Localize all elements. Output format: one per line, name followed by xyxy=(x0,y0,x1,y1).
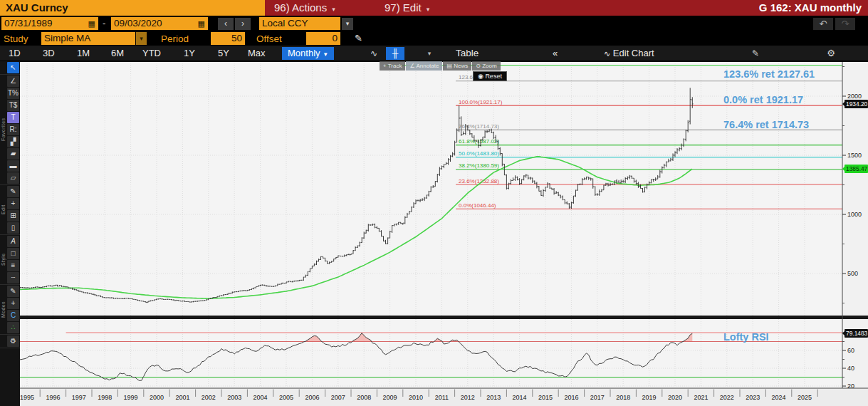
range-tab-5y[interactable]: 5Y xyxy=(218,46,229,61)
svg-text:2021: 2021 xyxy=(694,394,708,401)
text-tool-icon[interactable]: T xyxy=(7,112,19,123)
chart-text-annotation[interactable]: 0.0% ret 1921.17 xyxy=(723,94,803,105)
actions-menu-button[interactable]: 96) Actions▾ xyxy=(274,0,335,16)
tool-group-modes: Modes✎+C∴ xyxy=(0,285,20,335)
pencil-icon[interactable]: ✎ xyxy=(7,186,19,197)
calendar-icon[interactable]: ▦ xyxy=(88,17,95,30)
currency-field[interactable]: Local CCY xyxy=(259,17,340,30)
news-button[interactable]: ▤ News xyxy=(443,61,471,71)
edit-chart-icon: ∿ xyxy=(604,49,610,58)
draw-mode-icon[interactable]: ✎ xyxy=(7,286,19,297)
range-tab-ytd[interactable]: YTD xyxy=(142,46,161,61)
svg-text:500: 500 xyxy=(847,270,858,277)
settings-gear-icon[interactable]: ⚙ xyxy=(7,335,19,347)
fib-level-label: 76.4%(1714.73) xyxy=(459,123,499,130)
chart-text-annotation[interactable]: 76.4% ret 1714.73 xyxy=(723,119,809,130)
security-field[interactable]: XAU Curncy xyxy=(0,0,265,16)
fill-style-icon[interactable]: □ xyxy=(7,248,19,259)
tool-group-label: Favorites xyxy=(0,76,6,184)
period-input[interactable]: 50 xyxy=(211,32,245,45)
offset-input[interactable]: 0 xyxy=(306,32,340,45)
range-tab-1y[interactable]: 1Y xyxy=(184,46,195,61)
svg-text:1934.20: 1934.20 xyxy=(846,100,868,108)
period-label: Period xyxy=(161,33,189,46)
svg-text:2018: 2018 xyxy=(616,394,630,401)
fib-level-label: 100.0%(1921.17) xyxy=(459,99,503,105)
range-tab-1m[interactable]: 1M xyxy=(77,46,90,61)
range-tab-3d[interactable]: 3D xyxy=(43,46,55,61)
delete-tool-icon[interactable]: ▯ xyxy=(7,222,19,234)
channel-tool-icon[interactable]: ▱ xyxy=(7,172,19,184)
undo-icon[interactable]: ↶ xyxy=(813,18,833,30)
sma-value-badge: 1385.47 xyxy=(842,165,868,173)
reset-zoom-button[interactable]: ◉ Reset xyxy=(473,71,507,81)
candlestick-icon[interactable]: ╫ xyxy=(386,47,404,60)
line-chart-icon[interactable]: ∿ xyxy=(365,47,383,60)
svg-text:2010: 2010 xyxy=(409,394,423,401)
zoom-button[interactable]: ⊙ Zoom xyxy=(472,61,500,71)
chart-text-annotation[interactable]: 123.6% ret 2127.61 xyxy=(723,68,815,80)
shade-tool-icon[interactable]: ▞ xyxy=(7,136,19,147)
title-red-bar: 96) Actions▾ 97) Edit▾ G 162: XAU monthl… xyxy=(265,0,868,16)
svg-text:2008: 2008 xyxy=(357,394,371,401)
tool-group-style: StyleA□≡┄ xyxy=(0,235,20,285)
gear-icon[interactable]: ⚙ xyxy=(820,47,842,60)
collapse-button[interactable]: « xyxy=(553,46,558,61)
tool-group-label: Style xyxy=(0,236,6,283)
svg-text:2007: 2007 xyxy=(331,394,345,401)
crosshair-mode-icon[interactable]: + xyxy=(7,298,19,309)
svg-text:2003: 2003 xyxy=(227,394,241,401)
track-button[interactable]: + Track xyxy=(380,61,405,71)
price-label-icon[interactable]: T$ xyxy=(7,100,19,111)
end-date-field[interactable]: 09/03/2020▦ xyxy=(111,17,208,30)
range-tab-6m[interactable]: 6M xyxy=(111,46,124,61)
svg-text:20: 20 xyxy=(847,382,854,390)
table-button[interactable]: Table xyxy=(456,46,479,61)
annotate-button[interactable]: ∠ Annotate xyxy=(406,61,442,71)
redo-icon[interactable]: ↷ xyxy=(835,18,855,30)
edit-chart-button[interactable]: ∿ Edit Chart xyxy=(604,46,654,61)
calendar-icon[interactable]: ▦ xyxy=(198,17,205,30)
bloomberg-chart-window: XAU Curncy 96) Actions▾ 97) Edit▾ G 162:… xyxy=(0,0,868,406)
draw-pencil-icon[interactable]: ✎ xyxy=(355,32,362,45)
chart-canvas[interactable]: 123.6%(2127.61)100.0%(1921.17)76.4%(1714… xyxy=(0,61,868,406)
svg-text:2025: 2025 xyxy=(798,394,812,401)
svg-text:2017: 2017 xyxy=(590,394,605,401)
prev-period-button[interactable]: ‹ xyxy=(218,18,234,30)
annotate-panel-icon[interactable]: ✎ xyxy=(745,47,766,60)
chart-mode-icon[interactable]: C xyxy=(7,310,19,321)
horizontal-line-icon[interactable]: ▬ xyxy=(7,160,19,172)
chart-type-dropdown-icon[interactable]: ▾ xyxy=(420,47,439,60)
range-tab-max[interactable]: Max xyxy=(248,46,266,61)
study-dropdown-icon[interactable]: ▾ xyxy=(136,32,147,45)
fib-level-label: 0.0%(1046.44) xyxy=(459,202,496,209)
start-date-field[interactable]: 07/31/1989▦ xyxy=(1,17,98,30)
currency-dropdown-icon[interactable]: ▾ xyxy=(342,18,353,30)
edit-menu-button[interactable]: 97) Edit▾ xyxy=(385,0,429,16)
color-mode-icon[interactable]: ∴ xyxy=(7,322,19,333)
svg-text:2006: 2006 xyxy=(305,394,319,401)
study-select[interactable]: Simple MA xyxy=(41,32,135,45)
line-style-icon[interactable]: ≡ xyxy=(7,260,19,271)
add-select-icon[interactable]: ⊞ xyxy=(7,210,19,222)
fib-level-label: 50.0%(1483.80) xyxy=(459,150,499,157)
svg-text:2000: 2000 xyxy=(150,394,164,401)
font-style-icon[interactable]: A xyxy=(7,236,19,247)
range-tab-1d[interactable]: 1D xyxy=(9,46,21,61)
svg-text:2013: 2013 xyxy=(486,394,501,401)
fib-retracement-icon[interactable]: T% xyxy=(7,88,19,99)
svg-text:2023: 2023 xyxy=(746,394,760,401)
regression-icon[interactable]: R: xyxy=(7,124,19,135)
panel-separator[interactable] xyxy=(20,316,868,319)
next-period-button[interactable]: › xyxy=(235,18,251,30)
fib-level-label: 38.2%(1380.59) xyxy=(459,162,499,169)
cursor-tool-icon[interactable]: ↖ xyxy=(7,62,19,73)
interval-select[interactable]: Monthly ▼ xyxy=(282,47,334,60)
svg-text:1996: 1996 xyxy=(46,394,60,401)
chart-text-annotation[interactable]: Lofty RSI xyxy=(723,331,769,343)
move-tool-icon[interactable]: + xyxy=(7,198,19,209)
svg-text:2016: 2016 xyxy=(564,394,578,401)
dash-style-icon[interactable]: ┄ xyxy=(7,272,19,283)
trendline-icon[interactable]: ∠ xyxy=(7,76,19,87)
bar-tool-icon[interactable]: ▰ xyxy=(7,148,19,160)
